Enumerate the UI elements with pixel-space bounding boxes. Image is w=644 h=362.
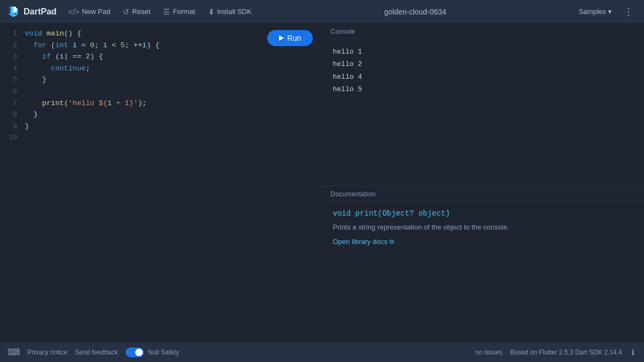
toggle-knob xyxy=(135,349,143,356)
pad-name: golden-cloud-0634 xyxy=(384,8,447,16)
footer-right: no issues Based on Flutter 2.5.3 Dart SD… xyxy=(475,347,636,358)
header: DartPad </> New Pad ↺ Reset ☰ Format ⬇ I… xyxy=(0,0,644,24)
null-safety-switch[interactable] xyxy=(126,348,144,357)
run-label: Run xyxy=(287,34,301,42)
logo-area: DartPad xyxy=(6,5,56,19)
install-sdk-label: Install SDK xyxy=(217,8,252,16)
play-icon xyxy=(279,35,284,41)
null-safety-label: Null Safety xyxy=(148,349,179,356)
console-line-1: hello 1 xyxy=(333,46,633,58)
samples-label: Samples xyxy=(579,8,606,16)
install-sdk-button[interactable]: ⬇ Install SDK xyxy=(203,4,257,19)
send-feedback-link[interactable]: Send feedback xyxy=(75,349,118,356)
reset-label: Reset xyxy=(132,8,150,16)
right-panel: Console hello 1 hello 2 hello 4 hello 5 … xyxy=(322,24,644,342)
code-editor[interactable]: 1 2 3 4 5 6 7 8 9 10 void main() { for (… xyxy=(0,24,321,342)
header-center: golden-cloud-0634 xyxy=(259,8,572,16)
format-icon: ☰ xyxy=(163,8,170,16)
logo-text: DartPad xyxy=(24,7,56,17)
format-label: Format xyxy=(173,8,195,16)
dart-logo-icon xyxy=(6,5,20,19)
footer-left: ⌨ Privacy notice Send feedback Null Safe… xyxy=(8,347,179,357)
editor-panel: Run 1 2 3 4 5 6 7 8 9 10 void main() { f… xyxy=(0,24,322,342)
run-toolbar: Run xyxy=(263,30,313,46)
documentation-panel: Documentation void print(Object? object)… xyxy=(322,186,644,342)
new-pad-label: New Pad xyxy=(82,8,111,16)
reset-button[interactable]: ↺ Reset xyxy=(118,4,156,19)
doc-link-text: Open library docs xyxy=(333,238,387,246)
external-link-icon: ⧉ xyxy=(390,238,394,245)
doc-content: void print(Object? object) Prints a stri… xyxy=(322,202,644,342)
chevron-down-icon: ▾ xyxy=(608,8,612,16)
console-line-4: hello 5 xyxy=(333,83,633,95)
console-label: Console xyxy=(322,24,644,39)
console-panel: Console hello 1 hello 2 hello 4 hello 5 xyxy=(322,24,644,186)
doc-label: Documentation xyxy=(322,186,644,202)
new-pad-icon: </> xyxy=(68,8,79,16)
header-right: Samples ▾ ⋮ xyxy=(573,4,638,19)
install-sdk-icon: ⬇ xyxy=(208,8,215,16)
info-button[interactable]: ℹ xyxy=(630,347,636,358)
main-area: Run 1 2 3 4 5 6 7 8 9 10 void main() { f… xyxy=(0,24,644,342)
privacy-notice-link[interactable]: Privacy notice xyxy=(27,349,68,356)
console-output: hello 1 hello 2 hello 4 hello 5 xyxy=(322,39,644,186)
open-library-docs-link[interactable]: Open library docs ⧉ xyxy=(333,238,633,246)
version-text: Based on Flutter 2.5.3 Dart SDK 2.14.4 xyxy=(510,349,622,356)
console-line-2: hello 2 xyxy=(333,58,633,70)
footer: ⌨ Privacy notice Send feedback Null Safe… xyxy=(0,342,644,362)
status-text: no issues xyxy=(475,349,503,356)
samples-button[interactable]: Samples ▾ xyxy=(573,4,617,19)
run-button[interactable]: Run xyxy=(267,30,313,46)
doc-signature: void print(Object? object) xyxy=(333,209,633,218)
doc-description: Prints a string representation of the ob… xyxy=(333,223,633,231)
line-numbers: 1 2 3 4 5 6 7 8 9 10 xyxy=(0,28,25,337)
new-pad-button[interactable]: </> New Pad xyxy=(63,4,115,19)
null-safety-toggle[interactable]: Null Safety xyxy=(126,348,179,357)
format-button[interactable]: ☰ Format xyxy=(158,4,200,19)
console-line-3: hello 4 xyxy=(333,71,633,83)
keyboard-icon: ⌨ xyxy=(8,347,20,357)
code-text[interactable]: void main() { for (int i = 0; i < 5; ++i… xyxy=(25,28,321,337)
reset-icon: ↺ xyxy=(123,8,129,16)
more-options-button[interactable]: ⋮ xyxy=(619,5,638,19)
